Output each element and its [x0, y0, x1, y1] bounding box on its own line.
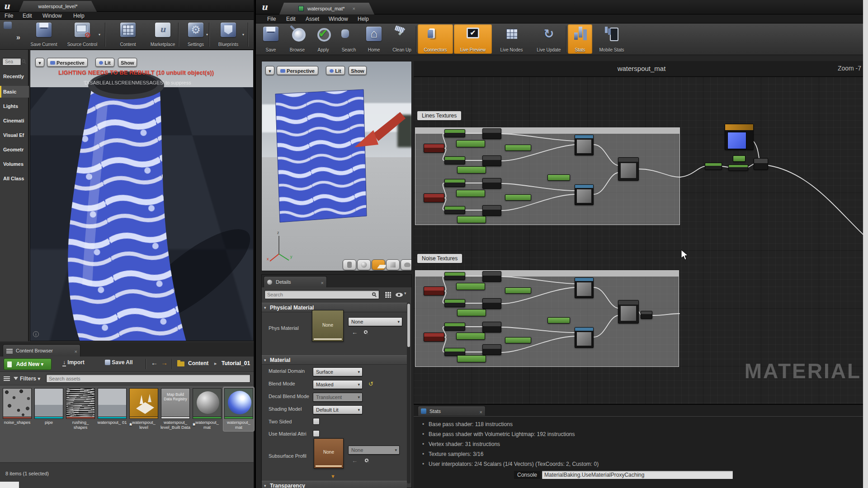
graph-node-green[interactable]: [505, 194, 531, 201]
browse-button[interactable]: Browse: [284, 24, 310, 54]
preview-shape-mesh-button[interactable]: [401, 259, 412, 270]
viewport-options-button[interactable]: ▾: [265, 66, 274, 75]
graph-node-green[interactable]: [456, 190, 485, 197]
menu-item-help[interactable]: Help: [358, 16, 369, 22]
details-search-input[interactable]: [264, 290, 379, 299]
graph-node-dark[interactable]: [754, 158, 768, 170]
graph-node-green[interactable]: [547, 317, 570, 324]
graph-node-param[interactable]: [725, 124, 754, 150]
graph-node-dark[interactable]: [482, 344, 501, 355]
asset-tile-waterspout-mat[interactable]: *waterspout_ mat: [192, 387, 222, 431]
asset-tile-pipe[interactable]: pipe: [33, 387, 64, 427]
graph-node-gdark[interactable]: [444, 129, 465, 137]
menu-item-file[interactable]: File: [267, 16, 276, 22]
mobile-stats-button[interactable]: Mobile Stats: [593, 24, 630, 54]
asset-tile-waterspout-level[interactable]: *waterspout_ level: [128, 387, 159, 431]
content-browser-tab[interactable]: Content Browser ×: [3, 344, 80, 357]
graph-node-green[interactable]: [457, 166, 486, 174]
asset-search-input[interactable]: [46, 374, 250, 383]
graph-node-dark[interactable]: [482, 322, 501, 333]
graph-node-gdark[interactable]: [444, 299, 465, 307]
menu-item-window[interactable]: Window: [329, 16, 348, 22]
asset-tile-rushing-shapes[interactable]: rushing_ shapes: [65, 387, 96, 431]
live-update-button[interactable]: Live Update: [531, 24, 567, 54]
show-button[interactable]: Show: [349, 66, 367, 75]
sidebar-item-basic[interactable]: Basic: [0, 86, 29, 98]
browse-asset-icon[interactable]: [364, 330, 368, 334]
sidebar-item-volumes[interactable]: Volumes: [0, 158, 29, 170]
detail-checkbox-use-material-attri[interactable]: [313, 430, 320, 437]
save-all-button[interactable]: Save All: [105, 359, 133, 366]
lit-button[interactable]: Lit: [326, 66, 345, 75]
tab-close-icon[interactable]: ×: [321, 277, 324, 289]
apply-button[interactable]: Apply: [311, 24, 336, 54]
preview-shape-plane-button[interactable]: [372, 259, 385, 270]
sidebar-item-geometr[interactable]: Geometr: [0, 144, 29, 155]
eye-caret-icon[interactable]: ▾: [404, 291, 406, 296]
asset-tile-waterspout-mat[interactable]: waterspout_ mat: [223, 387, 254, 431]
graph-node-dark[interactable]: [482, 298, 501, 309]
plugin-icon[interactable]: [4, 22, 12, 29]
graph-node-green[interactable]: [505, 287, 531, 294]
graph-node-dark[interactable]: [482, 271, 501, 282]
import-button[interactable]: ↓ Import: [62, 359, 85, 366]
section-material[interactable]: Material: [262, 355, 407, 365]
clean-up-button[interactable]: Clean Up: [387, 24, 417, 54]
graph-node-add[interactable]: [618, 157, 639, 181]
graph-canvas[interactable]: MATERIAL Lines TexturesNoise Textures: [414, 77, 868, 404]
search-button[interactable]: Search: [336, 24, 361, 54]
asset-tile-waterspout-level-built-data[interactable]: Map Build Data Registrywaterspout_ level…: [160, 387, 191, 431]
browse-asset-icon[interactable]: [365, 459, 368, 462]
caret-down-icon[interactable]: ▾: [242, 33, 244, 37]
show-button[interactable]: Show: [118, 58, 137, 67]
forward-arrow-icon[interactable]: →: [161, 359, 168, 366]
graph-node-gdark[interactable]: [444, 179, 465, 187]
search-icon[interactable]: [22, 59, 25, 63]
live-nodes-button[interactable]: Live Nodes: [493, 24, 530, 54]
graph-node-gdark[interactable]: [444, 206, 465, 214]
graph-node-dark[interactable]: [482, 178, 501, 189]
sidebar-item-cinemati[interactable]: Cinemati: [0, 115, 29, 127]
details-scrollbar[interactable]: [407, 303, 410, 483]
save-current-button[interactable]: Save Current: [26, 21, 61, 48]
graph-node-tex[interactable]: [575, 184, 594, 205]
material-editor-tab[interactable]: waterspout_mat* ×: [279, 3, 374, 14]
graph-node-gdark[interactable]: [728, 164, 748, 171]
home-button[interactable]: Home: [362, 24, 386, 54]
graph-node-gdark[interactable]: [444, 272, 465, 280]
live-preview-button[interactable]: Live Preview: [454, 24, 492, 54]
section-transparency[interactable]: Transparency: [262, 481, 407, 488]
graph-node-red[interactable]: [424, 333, 444, 342]
graph-node-red[interactable]: [424, 286, 444, 296]
source-control-button[interactable]: Source Control▾: [63, 21, 101, 48]
viewport-options-button[interactable]: ▾: [35, 58, 44, 67]
graph-node-tex[interactable]: [575, 327, 594, 348]
phys-material-thumbnail[interactable]: None: [312, 310, 344, 342]
detail-checkbox-two-sided[interactable]: [313, 418, 320, 425]
asset-tile-noise-shapes[interactable]: noise_shapes: [2, 387, 33, 427]
asset-tile-waterspout-01[interactable]: waterspout_ 01: [97, 387, 127, 427]
graph-node-green[interactable]: [456, 140, 485, 147]
graph-node-green[interactable]: [456, 283, 485, 290]
graph-node-dark[interactable]: [482, 205, 501, 216]
filters-button[interactable]: Filters ▾: [20, 375, 40, 382]
preview-shape-sphere-button[interactable]: [357, 259, 371, 270]
caret-down-icon[interactable]: ▾: [206, 33, 208, 37]
graph-node-gdark[interactable]: [444, 323, 465, 331]
use-selected-arrow-icon[interactable]: ←: [352, 329, 358, 336]
detail-dropdown-shading-model[interactable]: Default Lit: [313, 405, 363, 414]
add-new-button[interactable]: Add New ▾: [4, 358, 52, 370]
graph-node-red[interactable]: [424, 144, 444, 153]
menu-item-help[interactable]: Help: [73, 13, 85, 19]
modes-search-input[interactable]: [2, 58, 21, 66]
level-viewport[interactable]: ▾ Perspective Lit Show LIGHTING NEEDS TO…: [30, 50, 254, 341]
preview-shape-cylinder-button[interactable]: [343, 259, 356, 270]
graph-node-green[interactable]: [457, 216, 486, 223]
details-tab[interactable]: Details ×: [264, 276, 327, 287]
expand-chevron-icon[interactable]: »: [16, 33, 20, 42]
menu-item-window[interactable]: Window: [42, 13, 62, 19]
menu-item-asset[interactable]: Asset: [306, 16, 319, 22]
tab-close-icon[interactable]: ×: [480, 407, 482, 417]
sidebar-item-visual-ef[interactable]: Visual Ef: [0, 129, 29, 141]
sidebar-item-all-class[interactable]: All Class: [0, 173, 29, 184]
